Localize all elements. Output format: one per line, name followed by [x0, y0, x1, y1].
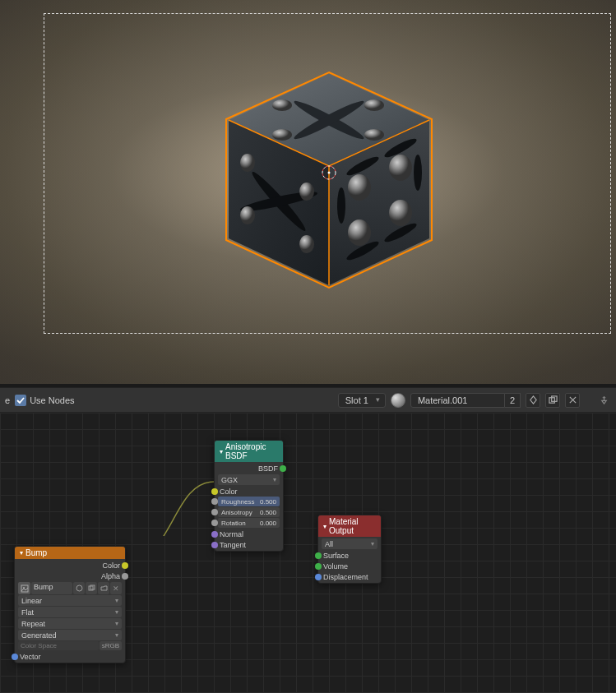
rotation-field[interactable]: Rotation 0.000 [218, 518, 280, 528]
svg-point-20 [337, 187, 345, 224]
new-material-button[interactable] [545, 393, 560, 408]
open-image-button[interactable] [98, 582, 109, 594]
colorspace-row[interactable]: Color Space sRGB [18, 641, 122, 650]
collapse-icon: ▾ [323, 523, 327, 530]
unlink-material-button[interactable] [565, 393, 580, 408]
alpha-output-socket[interactable]: Alpha [15, 571, 125, 581]
collapse-icon: ▾ [220, 448, 223, 455]
target-dropdown[interactable]: All [322, 538, 377, 549]
svg-point-12 [240, 154, 255, 172]
svg-point-15 [299, 235, 314, 253]
unlink-image-button[interactable]: ✕ [110, 582, 122, 594]
viewport-3d[interactable] [0, 0, 616, 384]
node-header[interactable]: ▾ Anisotropic BSDF [215, 441, 283, 462]
distribution-dropdown[interactable]: GGX [218, 474, 280, 485]
roughness-field[interactable]: Roughness 0.500 [218, 497, 280, 506]
extension-dropdown[interactable]: Repeat [18, 618, 122, 629]
tangent-input-socket[interactable]: Tangent [215, 539, 283, 550]
volume-input-socket[interactable]: Volume [318, 561, 381, 571]
node-editor-header: e Use Nodes Slot 1 Material.001 2 [0, 387, 616, 413]
normal-input-socket[interactable]: Normal [215, 529, 283, 539]
bsdf-output-socket[interactable]: BSDF [215, 463, 283, 474]
svg-point-23 [389, 155, 412, 181]
material-output-node[interactable]: ▾ Material Output All Surface Volume Dis… [317, 515, 382, 584]
material-users-count[interactable]: 2 [505, 393, 521, 408]
interpolation-dropdown[interactable]: Linear [18, 595, 122, 606]
color-output-socket[interactable]: Color [15, 560, 125, 571]
checkbox-icon [15, 395, 26, 406]
new-image-button[interactable] [86, 582, 97, 594]
fake-user-button[interactable] [526, 393, 540, 408]
image-name-field[interactable]: Bump [31, 582, 72, 594]
node-header[interactable]: ▾ Bump [15, 547, 125, 559]
svg-point-6 [272, 99, 292, 111]
node-header[interactable]: ▾ Material Output [318, 515, 381, 537]
cube-object[interactable] [144, 58, 514, 312]
svg-point-14 [240, 206, 255, 224]
image-texture-node[interactable]: ▾ Bump Color Alpha Bump [14, 546, 126, 663]
svg-point-8 [272, 129, 292, 141]
color-input-socket[interactable]: Color [215, 486, 283, 497]
node-editor[interactable]: ▾ Anisotropic BSDF BSDF GGX Color Roughn… [0, 413, 616, 693]
image-users-button[interactable] [73, 582, 85, 594]
svg-point-34 [76, 585, 82, 591]
material-name-field[interactable]: Material.001 [410, 393, 505, 408]
projection-dropdown[interactable]: Flat [18, 607, 122, 617]
svg-point-13 [299, 182, 314, 201]
svg-point-25 [389, 200, 412, 226]
svg-point-21 [414, 155, 422, 191]
node-connections [0, 413, 247, 536]
texcoord-dropdown[interactable]: Generated [18, 630, 122, 640]
svg-point-22 [348, 174, 371, 201]
material-preview-icon[interactable] [391, 393, 405, 408]
vector-input-socket[interactable]: Vector [15, 651, 125, 662]
svg-point-7 [364, 99, 384, 111]
svg-point-28 [328, 172, 331, 174]
svg-point-9 [364, 129, 384, 141]
use-nodes-label: Use Nodes [30, 395, 74, 405]
cube-render [144, 58, 514, 312]
slot-select[interactable]: Slot 1 [338, 393, 386, 408]
use-nodes-checkbox[interactable]: Use Nodes [15, 395, 74, 406]
displacement-input-socket[interactable]: Displacement [318, 571, 381, 582]
svg-point-24 [348, 219, 371, 246]
collapse-icon: ▾ [20, 549, 23, 557]
pin-button[interactable] [596, 393, 611, 408]
surface-input-socket[interactable]: Surface [318, 550, 381, 561]
anisotropy-field[interactable]: Anisotropy 0.500 [218, 507, 280, 517]
image-browse-icon[interactable] [18, 582, 30, 594]
truncated-text: e [5, 395, 10, 405]
anisotropic-bsdf-node[interactable]: ▾ Anisotropic BSDF BSDF GGX Color Roughn… [214, 440, 284, 552]
